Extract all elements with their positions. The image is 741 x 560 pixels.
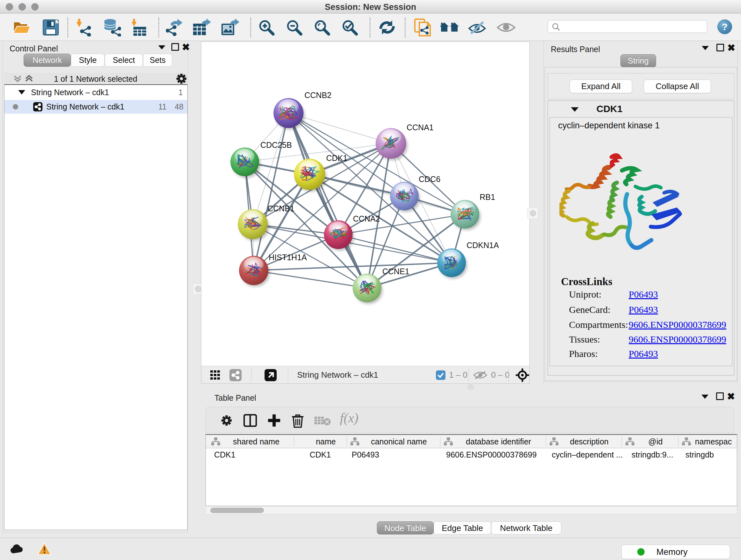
svg-text:CCNA2: CCNA2 [353, 214, 380, 223]
svg-text:HIST1H1A: HIST1H1A [269, 253, 307, 262]
svg-text:CCNE1: CCNE1 [382, 267, 409, 276]
svg-text:CCNB1: CCNB1 [267, 204, 294, 213]
svg-text:RB1: RB1 [480, 192, 495, 201]
svg-text:CCNB2: CCNB2 [305, 91, 332, 100]
svg-text:CDC25B: CDC25B [260, 140, 292, 149]
svg-text:CCNA1: CCNA1 [407, 123, 434, 132]
svg-text:CDC6: CDC6 [419, 175, 441, 184]
svg-text:CDK1: CDK1 [326, 153, 347, 163]
svg-text:CDKN1A: CDKN1A [467, 241, 499, 250]
